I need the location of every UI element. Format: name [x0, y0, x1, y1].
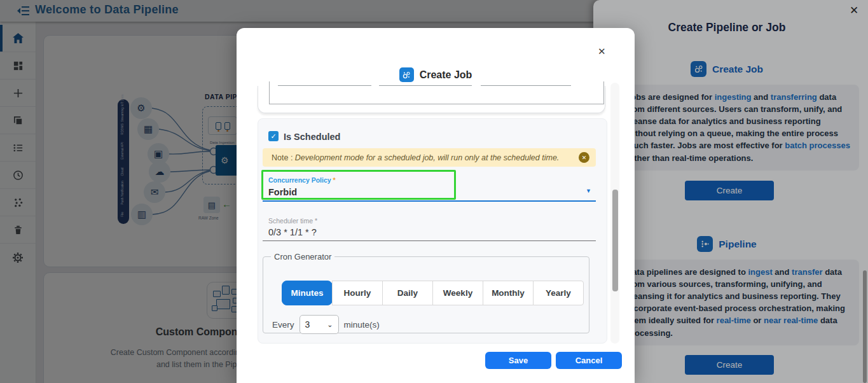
concurrency-policy-label: Concurrency Policy *: [268, 176, 336, 184]
tab-monthly[interactable]: Monthly: [483, 281, 534, 305]
modal-scrollbar-thumb[interactable]: [612, 190, 618, 291]
note-text: Note : Development mode for a scheduled …: [272, 153, 559, 162]
modal-close-icon[interactable]: ✕: [598, 46, 606, 57]
tab-daily[interactable]: Daily: [382, 281, 433, 305]
scrolled-form-card: [258, 86, 605, 113]
is-scheduled-label: Is Scheduled: [284, 132, 340, 142]
scheduler-time-label: Scheduler time *: [268, 217, 317, 225]
every-label: Every: [272, 320, 294, 330]
scheduler-time-underline: [263, 240, 596, 241]
minute-select-value: 3: [305, 319, 310, 330]
minute-select[interactable]: 3 ⌄: [300, 315, 339, 334]
tab-yearly[interactable]: Yearly: [533, 281, 584, 305]
tab-minutes[interactable]: Minutes: [282, 281, 333, 305]
scheduler-time-input[interactable]: 0/3 * 1/1 * ?: [268, 227, 317, 237]
cron-generator-legend: Cron Generator: [271, 252, 334, 261]
modal-title-row: Create Job: [237, 67, 635, 82]
every-minutes-row: Every 3 ⌄ minute(s): [272, 315, 380, 334]
note-banner: Note : Development mode for a scheduled …: [263, 148, 596, 167]
select-caret-icon: ⌄: [327, 321, 333, 329]
note-close-icon[interactable]: ✕: [579, 152, 589, 163]
is-scheduled-checkbox[interactable]: ✓: [268, 131, 279, 141]
tab-hourly[interactable]: Hourly: [332, 281, 383, 305]
cancel-button[interactable]: Cancel: [556, 352, 622, 369]
concurrency-policy-select[interactable]: Forbid: [268, 187, 297, 197]
cron-generator-fieldset: Cron Generator Minutes Hourly Daily Week…: [263, 252, 589, 333]
minutes-unit-label: minute(s): [344, 320, 380, 330]
modal-title: Create Job: [420, 69, 472, 81]
create-job-modal: ✕ Create Job ✓ Is Scheduled Note : Devel…: [237, 28, 635, 383]
cron-tabs: Minutes Hourly Daily Weekly Monthly Year…: [282, 281, 584, 305]
create-job-icon: [399, 67, 414, 82]
chevron-down-icon[interactable]: ▼: [586, 188, 591, 194]
concurrency-underline: [263, 200, 596, 202]
save-button[interactable]: Save: [485, 352, 551, 369]
check-icon: ✓: [270, 132, 276, 141]
tab-weekly[interactable]: Weekly: [432, 281, 483, 305]
